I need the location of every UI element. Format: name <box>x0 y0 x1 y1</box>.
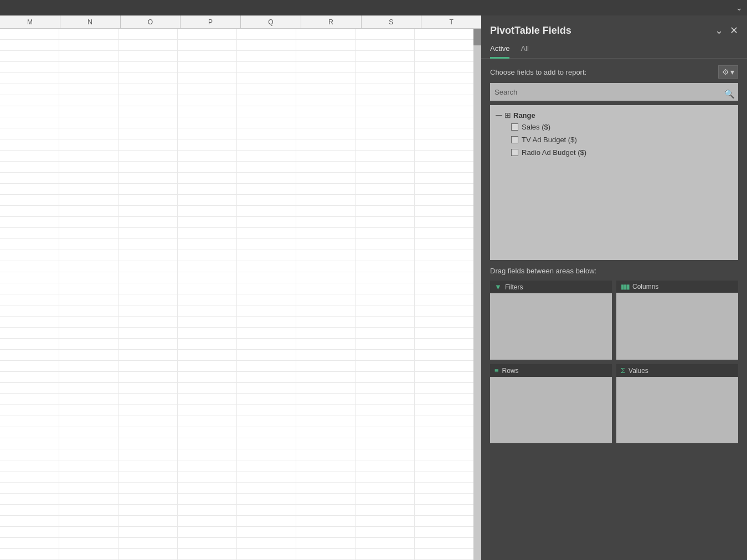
grid-cell[interactable] <box>59 438 119 449</box>
grid-cell[interactable] <box>237 317 296 327</box>
grid-cell[interactable] <box>356 449 415 460</box>
grid-cell[interactable] <box>237 538 296 548</box>
grid-cell[interactable] <box>178 305 237 316</box>
grid-cell[interactable] <box>296 95 356 106</box>
grid-cell[interactable] <box>0 250 59 261</box>
grid-cell[interactable] <box>119 328 178 338</box>
grid-cell[interactable] <box>237 250 296 261</box>
grid-cell[interactable] <box>0 239 59 250</box>
grid-cell[interactable] <box>178 195 237 205</box>
grid-cell[interactable] <box>296 217 356 227</box>
grid-cell[interactable] <box>119 173 178 183</box>
grid-cell[interactable] <box>59 494 119 504</box>
grid-cell[interactable] <box>356 427 415 438</box>
grid-cell[interactable] <box>237 427 296 438</box>
grid-cell[interactable] <box>237 416 296 427</box>
grid-cell[interactable] <box>0 494 59 504</box>
grid-cell[interactable] <box>356 40 415 50</box>
grid-cell[interactable] <box>356 239 415 250</box>
grid-cell[interactable] <box>119 283 178 294</box>
grid-cell[interactable] <box>356 538 415 548</box>
grid-cell[interactable] <box>415 151 473 161</box>
grid-cell[interactable] <box>0 361 59 371</box>
grid-cell[interactable] <box>59 305 119 316</box>
grid-cell[interactable] <box>0 73 59 84</box>
grid-cell[interactable] <box>237 173 296 183</box>
grid-cell[interactable] <box>0 538 59 548</box>
grid-cell[interactable] <box>415 40 473 50</box>
grid-cell[interactable] <box>415 84 473 95</box>
grid-cell[interactable] <box>178 361 237 371</box>
grid-cell[interactable] <box>296 239 356 250</box>
grid-cell[interactable] <box>237 394 296 405</box>
grid-cell[interactable] <box>296 261 356 272</box>
grid-cell[interactable] <box>356 471 415 482</box>
grid-cell[interactable] <box>237 51 296 61</box>
grid-cell[interactable] <box>119 538 178 548</box>
grid-cell[interactable] <box>119 206 178 216</box>
grid-cell[interactable] <box>296 51 356 61</box>
grid-cell[interactable] <box>296 494 356 504</box>
grid-cell[interactable] <box>296 62 356 72</box>
grid-cell[interactable] <box>178 95 237 106</box>
grid-cell[interactable] <box>415 328 473 338</box>
grid-cell[interactable] <box>296 516 356 526</box>
grid-cell[interactable] <box>119 505 178 515</box>
grid-cell[interactable] <box>415 350 473 360</box>
grid-cell[interactable] <box>0 328 59 338</box>
grid-cell[interactable] <box>119 305 178 316</box>
grid-cell[interactable] <box>178 505 237 515</box>
grid-cell[interactable] <box>296 228 356 238</box>
grid-cell[interactable] <box>237 62 296 72</box>
grid-cell[interactable] <box>59 184 119 194</box>
grid-cell[interactable] <box>119 527 178 537</box>
grid-cell[interactable] <box>356 372 415 382</box>
search-input[interactable] <box>490 83 738 101</box>
field-checkbox-radio-ad-budget[interactable] <box>511 149 518 156</box>
grid-cell[interactable] <box>119 62 178 72</box>
grid-cell[interactable] <box>59 250 119 261</box>
grid-cell[interactable] <box>237 95 296 106</box>
grid-cell[interactable] <box>59 73 119 84</box>
grid-cell[interactable] <box>237 494 296 504</box>
grid-cell[interactable] <box>0 294 59 305</box>
grid-cell[interactable] <box>356 438 415 449</box>
grid-cell[interactable] <box>178 106 237 117</box>
grid-cell[interactable] <box>178 427 237 438</box>
grid-cell[interactable] <box>0 505 59 515</box>
grid-cell[interactable] <box>415 139 473 150</box>
grid-cell[interactable] <box>356 483 415 493</box>
grid-cell[interactable] <box>296 505 356 515</box>
grid-cell[interactable] <box>119 151 178 161</box>
grid-cell[interactable] <box>356 51 415 61</box>
grid-cell[interactable] <box>356 106 415 117</box>
grid-cell[interactable] <box>237 184 296 194</box>
grid-cell[interactable] <box>178 272 237 283</box>
grid-cell[interactable] <box>237 372 296 382</box>
grid-cell[interactable] <box>356 494 415 504</box>
grid-cell[interactable] <box>296 383 356 393</box>
grid-cell[interactable] <box>415 294 473 305</box>
field-checkbox-sales[interactable] <box>511 123 518 131</box>
grid-cell[interactable] <box>59 394 119 405</box>
grid-cell[interactable] <box>0 151 59 161</box>
grid-cell[interactable] <box>415 538 473 548</box>
grid-cell[interactable] <box>237 483 296 493</box>
grid-cell[interactable] <box>415 372 473 382</box>
grid-cell[interactable] <box>119 483 178 493</box>
grid-cell[interactable] <box>178 383 237 393</box>
grid-cell[interactable] <box>296 73 356 84</box>
grid-cell[interactable] <box>0 51 59 61</box>
grid-cell[interactable] <box>296 416 356 427</box>
grid-cell[interactable] <box>237 261 296 272</box>
grid-cell[interactable] <box>296 339 356 349</box>
grid-cell[interactable] <box>415 29 473 39</box>
grid-cell[interactable] <box>119 272 178 283</box>
grid-cell[interactable] <box>59 361 119 371</box>
pivot-close-button[interactable]: ✕ <box>730 24 738 37</box>
grid-cell[interactable] <box>356 272 415 283</box>
grid-cell[interactable] <box>119 294 178 305</box>
grid-cell[interactable] <box>0 117 59 128</box>
grid-cell[interactable] <box>59 29 119 39</box>
grid-cell[interactable] <box>296 283 356 294</box>
